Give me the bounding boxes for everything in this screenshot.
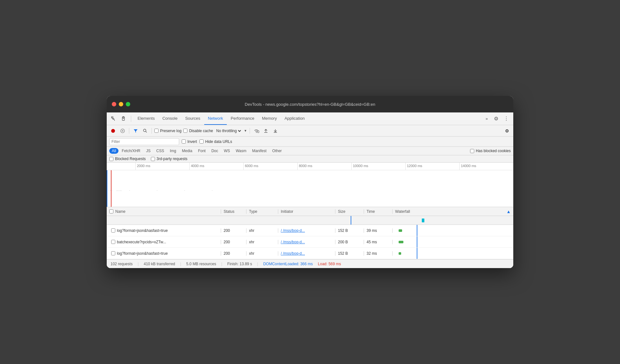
wifi-icon[interactable] [253, 127, 260, 135]
row-initiator-link-0[interactable]: / /mss/boq-d... [281, 228, 305, 233]
wf-row-bar-0 [399, 229, 402, 232]
stop-button[interactable] [119, 127, 126, 135]
col-header-initiator[interactable]: Initiator [278, 209, 335, 214]
svg-point-3 [111, 129, 115, 133]
col-header-size[interactable]: Size [335, 209, 364, 214]
row-initiator-link-1[interactable]: / /mss/boq-d... [281, 240, 305, 244]
row-initiator-0: / /mss/boq-d... [278, 228, 335, 233]
row-checkbox-0[interactable] [111, 228, 115, 233]
tab-performance[interactable]: Performance [227, 112, 258, 125]
tab-elements[interactable]: Elements [134, 112, 158, 125]
tab-memory[interactable]: Memory [258, 112, 281, 125]
type-btn-css[interactable]: CSS [154, 148, 167, 154]
preserve-log-label: Preserve log [160, 129, 181, 133]
table-header: Name Status Type Initiator Size Time Wat… [107, 207, 513, 216]
row-checkbox-1[interactable] [111, 240, 115, 244]
wf-row-blue-line-2 [417, 248, 417, 259]
type-btn-img[interactable]: Img [167, 148, 179, 154]
maximize-button[interactable] [126, 102, 130, 106]
wf-row-bar-1 [399, 241, 403, 243]
ruler-mark-4: 10000 ms [351, 163, 405, 170]
type-btn-js[interactable]: JS [144, 148, 153, 154]
ruler-mark-0: 2000 ms [135, 163, 189, 170]
type-btn-fetch-xhr[interactable]: Fetch/XHR [119, 148, 143, 154]
blocked-requests-input[interactable] [109, 157, 113, 161]
more-tabs-button[interactable]: » [483, 116, 490, 121]
devtools-body: Elements Console Sources Network Perform… [107, 112, 513, 268]
filter-input[interactable] [109, 138, 179, 145]
third-party-label: 3rd-party requests [157, 157, 187, 161]
ruler-mark-1: 4000 ms [189, 163, 243, 170]
throttle-arrow: ▼ [244, 129, 247, 132]
has-blocked-cookies-checkbox[interactable]: Has blocked cookies [470, 149, 511, 153]
download-icon[interactable] [272, 127, 279, 135]
tab-network[interactable]: Network [204, 112, 227, 125]
col-name-label: Name [115, 209, 125, 214]
third-party-checkbox[interactable]: 3rd-party requests [151, 157, 187, 161]
type-btn-media[interactable]: Media [179, 148, 195, 154]
col-header-waterfall[interactable]: Waterfall ▲ [393, 209, 513, 214]
requests-count: 102 requests [111, 262, 132, 266]
has-blocked-cookies-input[interactable] [470, 149, 474, 153]
network-settings-icon[interactable]: ⚙ [503, 127, 511, 135]
type-btn-ws[interactable]: WS [221, 148, 232, 154]
toolbar-tabs: Elements Console Sources Network Perform… [134, 112, 482, 125]
inspect-icon[interactable] [109, 114, 118, 123]
row-waterfall-1 [393, 236, 513, 247]
main-toolbar: Elements Console Sources Network Perform… [107, 112, 513, 125]
blocked-requests-checkbox[interactable]: Blocked Requests [109, 157, 146, 161]
disable-cache-input[interactable] [183, 129, 187, 133]
disable-cache-checkbox[interactable]: Disable cache [183, 129, 213, 133]
row-time-0: 39 ms [364, 228, 393, 233]
search-icon[interactable] [141, 127, 149, 135]
settings-icon[interactable]: ⚙ [492, 114, 501, 123]
filter-row: Invert Hide data URLs [107, 137, 513, 147]
row-waterfall-2 [393, 248, 513, 259]
table-row[interactable]: batchexecute?rpcids=xZTw... 200 xhr / /m… [107, 236, 513, 248]
invert-input[interactable] [182, 139, 186, 144]
more-options-icon[interactable]: ⋮ [502, 114, 511, 123]
throttle-select[interactable]: No throttling [215, 128, 242, 133]
type-btn-font[interactable]: Font [195, 148, 208, 154]
has-blocked-cookies-label: Has blocked cookies [476, 149, 511, 153]
row-size-0: 152 B [335, 228, 364, 233]
svg-line-11 [259, 131, 259, 131]
col-header-status[interactable]: Status [221, 209, 246, 214]
row-size-2: 152 B [335, 251, 364, 256]
tab-console[interactable]: Console [158, 112, 181, 125]
col-header-name[interactable]: Name [107, 209, 221, 214]
net-sep-3 [250, 128, 250, 134]
invert-checkbox[interactable]: Invert [182, 139, 197, 144]
minimize-button[interactable] [119, 102, 123, 106]
network-toolbar: Preserve log Disable cache No throttling… [107, 125, 513, 137]
type-btn-all[interactable]: All [109, 148, 118, 154]
record-button[interactable] [109, 127, 117, 135]
row-checkbox-2[interactable] [111, 251, 115, 255]
wf-row-blue-line-0 [417, 225, 417, 236]
select-all-checkbox[interactable] [109, 209, 113, 213]
devtools-window: DevTools - news.google.com/topstories?hl… [107, 96, 513, 268]
hide-data-urls-input[interactable] [199, 139, 204, 144]
tab-application[interactable]: Application [281, 112, 309, 125]
filter-icon[interactable] [132, 127, 139, 135]
close-button[interactable] [112, 102, 116, 106]
table-row[interactable]: log?format=json&hasfast=true 200 xhr / /… [107, 248, 513, 259]
preserve-log-checkbox[interactable]: Preserve log [154, 129, 181, 133]
transferred-size: 410 kB transferred [144, 262, 175, 266]
upload-icon[interactable] [262, 127, 270, 135]
type-btn-manifest[interactable]: Manifest [250, 148, 269, 154]
row-initiator-link-2[interactable]: / /mss/boq-d... [281, 251, 305, 256]
device-icon[interactable] [119, 114, 128, 123]
type-btn-doc[interactable]: Doc [209, 148, 220, 154]
row-name-1: batchexecute?rpcids=xZTw... [117, 240, 166, 244]
third-party-input[interactable] [151, 157, 155, 161]
tab-sources[interactable]: Sources [181, 112, 204, 125]
table-row[interactable]: log?format=json&hasfast=true 200 xhr / /… [107, 225, 513, 236]
preserve-log-input[interactable] [154, 129, 158, 133]
col-header-time[interactable]: Time [364, 209, 393, 214]
waterfall-label: Waterfall [395, 209, 410, 214]
type-btn-other[interactable]: Other [270, 148, 284, 154]
type-btn-wasm[interactable]: Wasm [233, 148, 249, 154]
hide-data-urls-checkbox[interactable]: Hide data URLs [199, 139, 232, 144]
col-header-type[interactable]: Type [246, 209, 278, 214]
